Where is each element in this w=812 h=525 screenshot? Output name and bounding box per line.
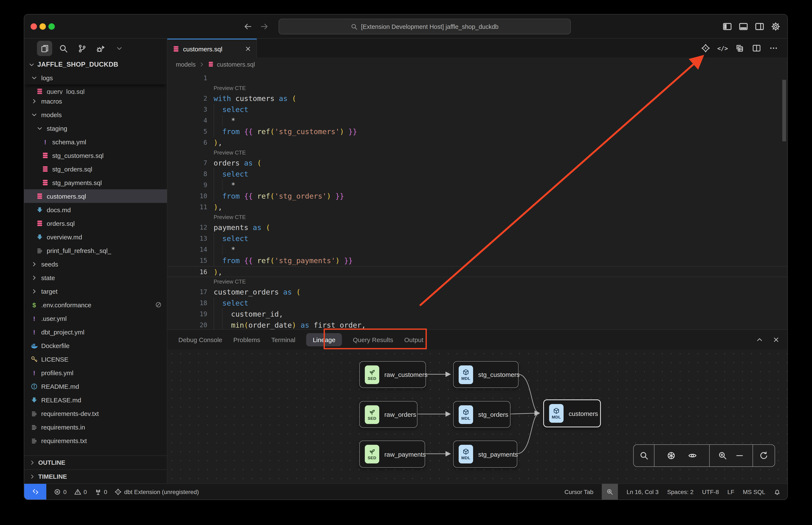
search-icon (351, 23, 358, 30)
tree-item-print-full-refresh-sql[interactable]: print_full_refresh._sql_ (24, 244, 167, 257)
tree-item-requirements-txt[interactable]: requirements.txt (24, 434, 167, 447)
tree-item-stg-customers-sql[interactable]: stg_customers.sql (24, 149, 167, 162)
layout-panel-icon[interactable] (739, 21, 748, 31)
dbt-extension-status[interactable]: dbt Extension (unregistered) (115, 484, 199, 499)
tree-item-staging[interactable]: staging (24, 121, 167, 135)
lineage-canvas[interactable]: SEDraw_customersMDLstg_customersSEDraw_o… (167, 349, 787, 483)
tree-item-requirements-dev-txt[interactable]: requirements-dev.txt (24, 407, 167, 420)
chevron-up-icon[interactable] (756, 336, 763, 343)
tree-item-target[interactable]: target (24, 284, 167, 298)
activity-debug[interactable] (93, 41, 108, 56)
activity-source-control[interactable] (74, 41, 90, 56)
close-tab-icon[interactable] (245, 45, 251, 52)
warnings-count[interactable]: 0 (74, 484, 87, 499)
tree-item-seeds[interactable]: seeds (24, 257, 167, 271)
minimize-window-button[interactable] (40, 23, 46, 30)
zoom-out-icon[interactable] (735, 451, 744, 460)
activity-chevron-down[interactable] (112, 41, 127, 56)
breadcrumb-file[interactable]: customers.sql (217, 61, 255, 68)
ports-count[interactable]: 0 (94, 484, 107, 499)
tree-item-query-log-sql[interactable]: query_log.sql (24, 85, 167, 94)
cursor-position[interactable]: Ln 16, Col 3 (626, 484, 659, 499)
tree-item-readme-md[interactable]: README.md (24, 379, 167, 393)
tree-item-models[interactable]: models (24, 108, 167, 121)
codelens-preview-cte[interactable]: Preview CTE (213, 84, 787, 93)
ellipsis-icon[interactable] (769, 44, 778, 52)
sidebar-section-timeline[interactable]: TIMELINE (24, 469, 167, 483)
tree-item-macros[interactable]: macros (24, 94, 167, 108)
tree-item-release-md[interactable]: RELEASE.md (24, 393, 167, 407)
panel-tab-query-results[interactable]: Query Results (353, 336, 393, 343)
zoom-in-icon[interactable] (718, 451, 727, 460)
tree-item-requirements-in[interactable]: requirements.in (24, 420, 167, 434)
aperture-icon[interactable] (667, 451, 676, 460)
editor-scrollbar[interactable] (782, 80, 786, 141)
tree-item-customers-sql[interactable]: customers.sql (24, 189, 167, 203)
tree-item-dbt-project-yml[interactable]: !dbt_project.yml (24, 325, 167, 339)
arrow-right-icon[interactable] (260, 22, 269, 31)
tree-item-license[interactable]: LICENSE (24, 352, 167, 366)
eye-icon[interactable] (688, 451, 697, 460)
code-tags-icon[interactable]: </> (718, 44, 727, 52)
line-number: 9 (167, 180, 207, 191)
codelens-preview-cte[interactable]: Preview CTE (213, 148, 787, 158)
tree-item-docs-md[interactable]: docs.md (24, 203, 167, 216)
search-icon[interactable] (639, 451, 648, 460)
lineage-node-raw_orders[interactable]: SEDraw_orders (359, 401, 417, 428)
tree-item-stg-payments-sql[interactable]: stg_payments.sql (24, 176, 167, 189)
panel-tab-debug-console[interactable]: Debug Console (178, 336, 222, 343)
errors-count[interactable]: 0 (54, 484, 67, 499)
layout-sidebar-right-icon[interactable] (755, 21, 765, 31)
breadcrumb-folder[interactable]: models (176, 61, 196, 68)
notifications-bell[interactable] (774, 484, 781, 499)
remote-indicator[interactable] (24, 484, 46, 499)
layout-sidebar-left-icon[interactable] (722, 21, 732, 31)
panel-tab-problems[interactable]: Problems (233, 336, 260, 343)
tree-item-logs[interactable]: logs (24, 71, 167, 85)
lineage-node-raw_customers[interactable]: SEDraw_customers (359, 361, 426, 388)
query-results-icon[interactable] (735, 44, 744, 52)
tree-item-schema-yml[interactable]: !schema.yml (24, 135, 167, 149)
lineage-node-stg_customers[interactable]: MDLstg_customers (453, 361, 519, 388)
activity-files[interactable] (37, 41, 52, 56)
screencast-zoom[interactable] (602, 484, 618, 499)
panel-tab-terminal[interactable]: Terminal (271, 336, 295, 343)
lineage-node-raw_payments[interactable]: SEDraw_payments (359, 440, 425, 468)
maximize-window-button[interactable] (48, 23, 55, 30)
indentation[interactable]: Spaces: 2 (667, 484, 694, 499)
arrow-left-icon[interactable] (243, 22, 252, 31)
tree-item-profiles-yml[interactable]: !profiles.yml (24, 366, 167, 379)
sidebar-section-outline[interactable]: OUTLINE (24, 455, 167, 469)
codelens-preview-cte[interactable]: Preview CTE (213, 277, 787, 286)
line-number: 19 (167, 309, 207, 319)
tree-item-orders-sql[interactable]: orders.sql (24, 216, 167, 230)
code-editor[interactable]: 1Preview CTE2with customers as (3 select… (167, 71, 787, 329)
encoding[interactable]: UTF-8 (702, 484, 719, 499)
dbt-icon[interactable] (701, 44, 710, 52)
tree-item-overview-md[interactable]: overview.md (24, 230, 167, 244)
panel-tab-output[interactable]: Output (404, 336, 424, 343)
tree-item-stg-orders-sql[interactable]: stg_orders.sql (24, 162, 167, 176)
lineage-node-customers[interactable]: MDLcustomers (543, 399, 601, 427)
command-center-search[interactable]: [Extension Development Host] jaffle_shop… (279, 19, 571, 34)
codelens-preview-cte[interactable]: Preview CTE (213, 213, 787, 222)
tab-customers-sql[interactable]: customers.sql (167, 39, 257, 58)
split-editor-icon[interactable] (752, 44, 761, 52)
lineage-node-stg_orders[interactable]: MDLstg_orders (453, 401, 511, 428)
activity-search[interactable] (56, 41, 71, 56)
lineage-node-stg_payments[interactable]: MDLstg_payments (453, 440, 517, 468)
tree-item-state[interactable]: state (24, 271, 167, 284)
cursor-tab[interactable]: Cursor Tab (564, 484, 593, 499)
tree-item-dockerfile[interactable]: Dockerfile (24, 339, 167, 352)
tree-item-env-conformance[interactable]: $.env.conformance (24, 298, 167, 312)
refresh-icon[interactable] (759, 451, 768, 460)
settings-gear-icon[interactable] (771, 21, 781, 31)
explorer-project-header[interactable]: JAFFLE_SHOP_DUCKDB (24, 58, 167, 71)
language-mode[interactable]: MS SQL (743, 484, 765, 499)
close-window-button[interactable] (31, 23, 37, 30)
panel-tab-lineage[interactable]: Lineage (306, 333, 342, 346)
eol[interactable]: LF (727, 484, 735, 499)
tree-item-user-yml[interactable]: !.user.yml (24, 312, 167, 325)
cube-icon (462, 448, 469, 455)
close-icon[interactable] (772, 336, 780, 343)
